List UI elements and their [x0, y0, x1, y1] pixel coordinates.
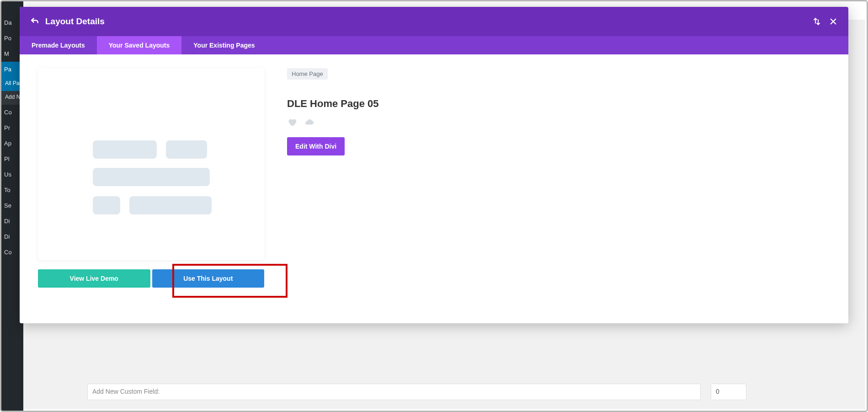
portability-button[interactable]	[810, 15, 824, 28]
close-button[interactable]	[826, 15, 840, 28]
cloud-icon[interactable]	[304, 117, 315, 127]
tab-premade-layouts[interactable]: Premade Layouts	[20, 36, 97, 54]
heart-icon[interactable]	[287, 117, 297, 127]
order-field[interactable]: 0	[711, 384, 746, 400]
layout-details-modal: Layout Details Premade Layouts Your Save…	[20, 7, 848, 323]
edit-with-divi-button[interactable]: Edit With Divi	[287, 137, 345, 155]
skeleton-block	[166, 140, 207, 159]
close-icon	[829, 17, 837, 26]
tab-your-saved-layouts[interactable]: Your Saved Layouts	[97, 36, 182, 54]
layout-meta-icons	[287, 117, 830, 127]
layout-category-tag: Home Page	[287, 68, 328, 80]
modal-body: View Live Demo Use This Layout Home Page…	[20, 54, 848, 323]
layout-preview-thumbnail	[38, 68, 264, 260]
layout-title: DLE Home Page 05	[287, 98, 830, 110]
skeleton-block	[129, 196, 212, 214]
preview-column: View Live Demo Use This Layout	[38, 68, 264, 310]
skeleton-block	[93, 140, 157, 159]
use-this-layout-button[interactable]: Use This Layout	[152, 269, 265, 288]
custom-field-label: Add New Custom Field:	[87, 384, 701, 400]
modal-tabs: Premade Layouts Your Saved Layouts Your …	[20, 36, 848, 54]
modal-title: Layout Details	[45, 16, 105, 27]
skeleton-block	[93, 196, 120, 214]
tab-your-existing-pages[interactable]: Your Existing Pages	[181, 36, 266, 54]
skeleton-block	[93, 168, 210, 186]
details-column: Home Page DLE Home Page 05 Edit With Div…	[287, 68, 830, 310]
back-button[interactable]	[28, 15, 42, 28]
modal-header: Layout Details	[20, 7, 848, 36]
view-live-demo-button[interactable]: View Live Demo	[38, 269, 150, 288]
back-arrow-icon	[30, 17, 39, 26]
import-export-icon	[813, 17, 821, 26]
